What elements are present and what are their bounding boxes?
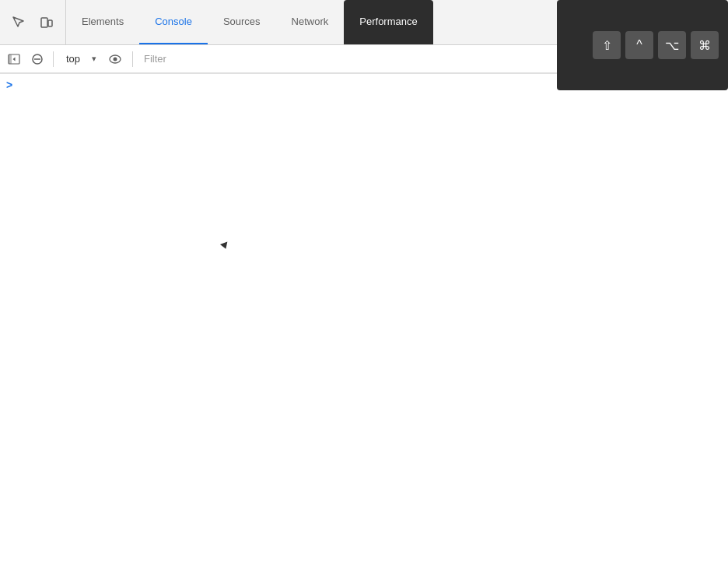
cmd-key-badge: ⌘ [691, 31, 719, 59]
shortcut-keys-container: ⇧ ^ ⌥ ⌘ [593, 31, 722, 59]
tab-sources[interactable]: Sources [208, 0, 276, 44]
select-element-button[interactable] [6, 10, 31, 35]
alt-key-badge: ⌥ [658, 31, 686, 59]
tab-performance[interactable]: Performance [344, 0, 432, 44]
live-expressions-button[interactable] [104, 48, 126, 70]
toolbar-separator-1 [53, 51, 54, 67]
shortcut-overlay: ⇧ ^ ⌥ ⌘ [557, 0, 728, 90]
up-key-badge: ^ [625, 31, 653, 59]
show-console-sidebar-button[interactable] [3, 48, 25, 70]
console-area[interactable]: > [0, 73, 728, 569]
context-select-wrapper: top ▾ [61, 49, 100, 69]
svg-rect-3 [9, 54, 12, 64]
tab-network[interactable]: Network [276, 0, 345, 44]
devtools-icons [0, 0, 66, 44]
toolbar-separator-2 [132, 51, 133, 67]
tab-console[interactable]: Console [139, 0, 208, 44]
svg-rect-1 [48, 20, 52, 26]
tab-elements[interactable]: Elements [66, 0, 139, 44]
svg-rect-0 [41, 18, 47, 27]
svg-point-7 [114, 57, 117, 61]
console-chevron-icon: > [6, 79, 12, 91]
tab-bar: Elements Console Sources Network Perform… [0, 0, 728, 45]
shift-key-badge: ⇧ [593, 31, 621, 59]
context-select[interactable]: top [61, 49, 100, 69]
device-toolbar-button[interactable] [34, 10, 59, 35]
clear-console-button[interactable] [26, 48, 48, 70]
